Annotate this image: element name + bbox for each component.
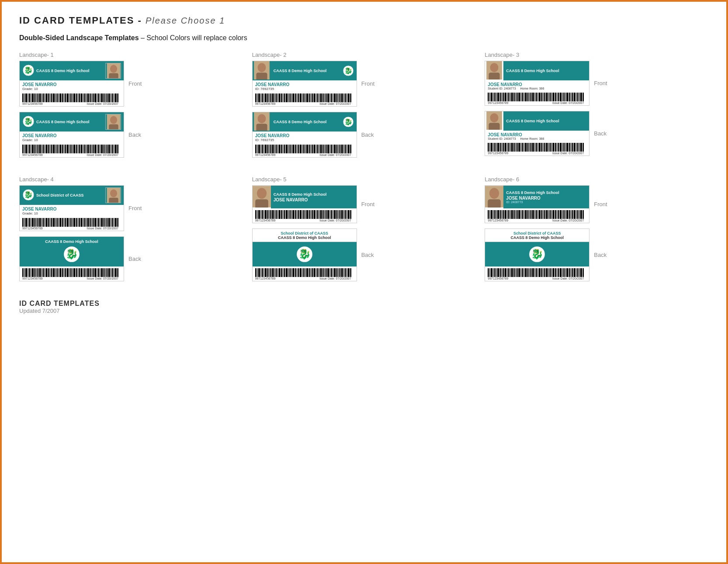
grade-info: Grade: 10: [22, 87, 121, 91]
school-logo: [22, 64, 35, 77]
barcode-num-3b: 997123456789: [488, 152, 508, 155]
photo-left-5: [253, 186, 271, 208]
student-name-5: JOSE NAVARRO: [274, 197, 354, 202]
student-photo: [105, 63, 121, 79]
template-col-4: Landscape- 4 School District of CAASS JO…: [19, 176, 243, 287]
school-name-5b: CAASS 8 Demo High School: [255, 235, 354, 240]
student-photo-left: [253, 61, 271, 80]
card-row-3-back[interactable]: CAASS 8 Demo High School JOSE NAVARRO St…: [485, 111, 709, 156]
id-card-5-back[interactable]: School District of CAASS CAASS 8 Demo Hi…: [252, 228, 357, 281]
back-label-3: Back: [594, 130, 607, 137]
mascot-logo-4: [22, 189, 35, 202]
front-label-2: Front: [361, 80, 374, 87]
id-card-1-back[interactable]: CAASS 8 Demo High School JOSE NAVARRO Gr…: [19, 112, 124, 158]
id-card-6-front[interactable]: CAASS 8 Demo High School JOSE NAVARRO ID…: [485, 185, 589, 223]
barcode-num: 997123456789: [22, 102, 43, 105]
issue-date-5: Issue Date: 07/20/2007: [319, 219, 351, 222]
issue-date-4: Issue Date: 07/20/2007: [87, 227, 118, 230]
id-info-6: ID: 2408773: [506, 201, 586, 204]
student-name-2: JOSE NAVARRO: [255, 82, 354, 87]
barcode-num-back: 997123456789: [22, 153, 43, 156]
front-label-3: Front: [594, 80, 607, 87]
page-title: ID CARD TEMPLATES - Please Choose 1: [19, 15, 709, 26]
template-col-6: Landscape- 6 CAASS 8 Demo High School JO…: [485, 176, 709, 287]
card-row-6-back[interactable]: School District of CAASS CAASS 8 Demo Hi…: [485, 228, 709, 281]
school-logo-back: [22, 115, 35, 128]
page-footer: ID CARD TEMPLATES Updated 7/2007: [19, 300, 709, 314]
landscape-3-label: Landscape- 3: [485, 52, 709, 58]
id-card-4-front[interactable]: School District of CAASS JOSE NAVARRO Gr…: [19, 185, 124, 231]
student-name-6: JOSE NAVARRO: [506, 196, 586, 201]
back-label-2: Back: [361, 131, 374, 138]
templates-grid: Landscape- 1 CAASS 8 Demo High School JO…: [19, 52, 709, 287]
school-district-5b: School District of CAASS: [255, 231, 354, 235]
back-label: Back: [128, 131, 141, 138]
id-card-3-back[interactable]: CAASS 8 Demo High School JOSE NAVARRO St…: [485, 111, 589, 156]
card-row-5-front[interactable]: CAASS 8 Demo High School JOSE NAVARRO 99…: [252, 185, 476, 223]
school-name-6b: CAASS 8 Demo High School: [488, 235, 586, 240]
front-label: Front: [128, 80, 142, 87]
school-name-4b: CAASS 8 Demo High School: [45, 239, 98, 244]
barcode-num-6: 997123456789: [488, 219, 508, 222]
barcode-num-6b: 997123456789: [488, 277, 508, 280]
issue-date-6b: Issue Date: 07/20/2007: [552, 277, 584, 280]
id-card-6-back[interactable]: School District of CAASS CAASS 8 Demo Hi…: [485, 228, 589, 281]
barcode-num-4: 997123456789: [22, 227, 43, 230]
id-card-2-back[interactable]: CAASS 8 Demo High School JOSE NAVARRO ID…: [252, 112, 357, 158]
landscape-5-label: Landscape- 5: [252, 176, 476, 183]
front-label-5: Front: [361, 201, 374, 208]
id-info-2b: ID: 7692735: [255, 138, 354, 142]
id-card-3-front[interactable]: CAASS 8 Demo High School JOSE NAVARRO St…: [485, 61, 589, 106]
issue-date-5b: Issue Date: 07/20/2007: [319, 277, 351, 280]
issue-date-back: Issue Date: 07/20/2007: [87, 153, 118, 156]
id-card-2-front[interactable]: CAASS 8 Demo High School JOSE NAVARRO ID…: [252, 61, 357, 107]
card-row-2-back[interactable]: CAASS 8 Demo High School JOSE NAVARRO ID…: [252, 112, 476, 158]
card-row-1-back[interactable]: CAASS 8 Demo High School JOSE NAVARRO Gr…: [19, 112, 243, 158]
footer-subtitle: Updated 7/2007: [19, 308, 709, 314]
landscape-2-label: Landscape- 2: [252, 52, 476, 58]
student-photo-back: [105, 114, 121, 130]
grade-back: Grade: 10: [22, 138, 121, 142]
card-row-3-front[interactable]: CAASS 8 Demo High School JOSE NAVARRO St…: [485, 61, 709, 106]
id-card-1-front[interactable]: CAASS 8 Demo High School JOSE NAVARRO Gr…: [19, 61, 124, 107]
school-name-6: CAASS 8 Demo High School: [506, 190, 586, 195]
school-name-3b: CAASS 8 Demo High School: [506, 119, 559, 123]
card-row-4-back[interactable]: CAASS 8 Demo High School 997123456789 Is…: [19, 236, 243, 281]
home-room-3b: Home Room: 366: [520, 137, 544, 140]
id-info-2: ID: 7692735: [255, 87, 354, 91]
id-card-4-back[interactable]: CAASS 8 Demo High School 997123456789 Is…: [19, 236, 124, 281]
school-name-back: CAASS 8 Demo High School: [35, 120, 105, 124]
barcode-num-3: 997123456789: [488, 101, 508, 104]
card-row-4-front[interactable]: School District of CAASS JOSE NAVARRO Gr…: [19, 185, 243, 231]
card-row-5-back[interactable]: School District of CAASS CAASS 8 Demo Hi…: [252, 228, 476, 281]
issue-date-4b: Issue Date: 07/20/2007: [87, 277, 118, 280]
student-name-4: JOSE NAVARRO: [22, 207, 121, 211]
landscape-1-label: Landscape- 1: [19, 52, 243, 58]
back-label-4: Back: [128, 256, 141, 262]
photo-left-3b: [485, 111, 503, 131]
barcode-num-4b: 997123456789: [22, 277, 43, 280]
issue-date-6: Issue Date: 07/20/2007: [552, 219, 584, 222]
barcode-num-2: 997123456789: [255, 102, 276, 105]
footer-title: ID CARD TEMPLATES: [19, 300, 709, 308]
landscape-6-label: Landscape- 6: [485, 176, 709, 183]
landscape-4-label: Landscape- 4: [19, 176, 243, 183]
student-id-3: Student ID: 2408773: [488, 87, 516, 90]
card-row-6-front[interactable]: CAASS 8 Demo High School JOSE NAVARRO ID…: [485, 185, 709, 223]
school-name-2: CAASS 8 Demo High School: [274, 69, 327, 73]
student-photo-4: [105, 187, 121, 203]
student-photo-left-back2: [253, 112, 271, 131]
template-col-1: Landscape- 1 CAASS 8 Demo High School JO…: [19, 52, 243, 163]
issue-date-3: Issue Date: 07/20/2007: [552, 101, 584, 104]
template-col-5: Landscape- 5 CAASS 8 Demo High School JO…: [252, 176, 476, 287]
school-name-2b: CAASS 8 Demo High School: [274, 120, 327, 124]
student-name-3: JOSE NAVARRO: [488, 82, 586, 87]
school-name-3: CAASS 8 Demo High School: [506, 69, 559, 73]
id-card-5-front[interactable]: CAASS 8 Demo High School JOSE NAVARRO 99…: [252, 185, 357, 223]
issue-date-3b: Issue Date: 07/20/2007: [552, 152, 584, 155]
card-row-1-front[interactable]: CAASS 8 Demo High School JOSE NAVARRO Gr…: [19, 61, 243, 107]
back-label-5: Back: [361, 252, 374, 258]
mascot-back-4: [63, 246, 80, 264]
student-name-back: JOSE NAVARRO: [22, 133, 121, 138]
card-row-2-front[interactable]: CAASS 8 Demo High School JOSE NAVARRO ID…: [252, 61, 476, 107]
